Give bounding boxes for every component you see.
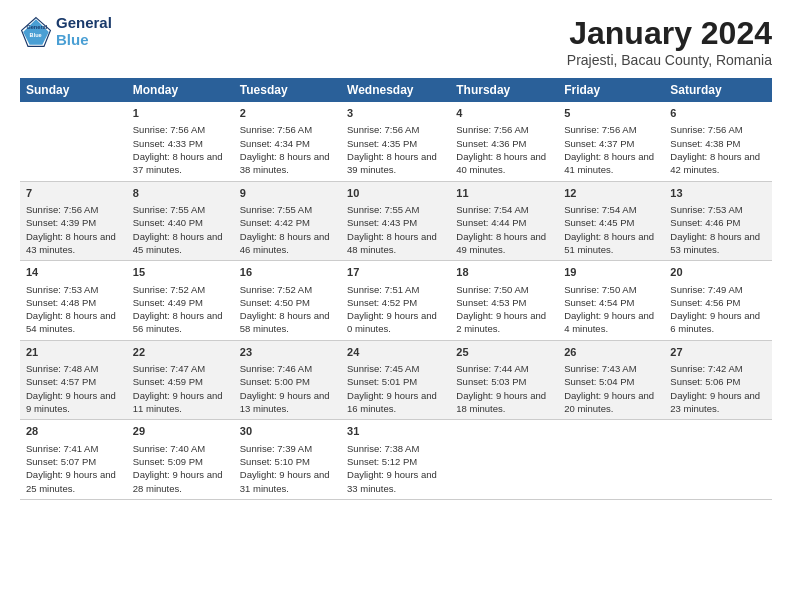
sunset: Sunset: 5:04 PM [564, 375, 658, 388]
cell-2-1: 15Sunrise: 7:52 AMSunset: 4:49 PMDayligh… [127, 261, 234, 341]
sunset: Sunset: 4:36 PM [456, 137, 552, 150]
sunrise: Sunrise: 7:51 AM [347, 283, 444, 296]
day-number: 31 [347, 424, 444, 439]
daylight: Daylight: 9 hours and 18 minutes. [456, 389, 552, 416]
sunset: Sunset: 4:46 PM [670, 216, 766, 229]
daylight: Daylight: 9 hours and 2 minutes. [456, 309, 552, 336]
sunrise: Sunrise: 7:50 AM [564, 283, 658, 296]
daylight: Daylight: 8 hours and 53 minutes. [670, 230, 766, 257]
daylight: Daylight: 9 hours and 28 minutes. [133, 468, 228, 495]
sunrise: Sunrise: 7:50 AM [456, 283, 552, 296]
day-number: 3 [347, 106, 444, 121]
daylight: Daylight: 8 hours and 42 minutes. [670, 150, 766, 177]
day-number: 17 [347, 265, 444, 280]
sunset: Sunset: 5:01 PM [347, 375, 444, 388]
day-number: 12 [564, 186, 658, 201]
cell-1-1: 8Sunrise: 7:55 AMSunset: 4:40 PMDaylight… [127, 181, 234, 261]
header-row: SundayMondayTuesdayWednesdayThursdayFrid… [20, 78, 772, 102]
cell-1-0: 7Sunrise: 7:56 AMSunset: 4:39 PMDaylight… [20, 181, 127, 261]
daylight: Daylight: 8 hours and 40 minutes. [456, 150, 552, 177]
sunset: Sunset: 5:00 PM [240, 375, 335, 388]
cell-2-4: 18Sunrise: 7:50 AMSunset: 4:53 PMDayligh… [450, 261, 558, 341]
day-number: 20 [670, 265, 766, 280]
daylight: Daylight: 8 hours and 56 minutes. [133, 309, 228, 336]
sunrise: Sunrise: 7:40 AM [133, 442, 228, 455]
sunrise: Sunrise: 7:47 AM [133, 362, 228, 375]
sunrise: Sunrise: 7:56 AM [564, 123, 658, 136]
daylight: Daylight: 9 hours and 13 minutes. [240, 389, 335, 416]
cell-1-2: 9Sunrise: 7:55 AMSunset: 4:42 PMDaylight… [234, 181, 341, 261]
cell-3-2: 23Sunrise: 7:46 AMSunset: 5:00 PMDayligh… [234, 340, 341, 420]
daylight: Daylight: 9 hours and 20 minutes. [564, 389, 658, 416]
day-header-sunday: Sunday [20, 78, 127, 102]
day-number: 29 [133, 424, 228, 439]
cell-1-6: 13Sunrise: 7:53 AMSunset: 4:46 PMDayligh… [664, 181, 772, 261]
daylight: Daylight: 9 hours and 6 minutes. [670, 309, 766, 336]
daylight: Daylight: 8 hours and 43 minutes. [26, 230, 121, 257]
sunrise: Sunrise: 7:52 AM [133, 283, 228, 296]
sunset: Sunset: 5:06 PM [670, 375, 766, 388]
day-number: 14 [26, 265, 121, 280]
logo-icon: General Blue [20, 16, 52, 48]
sunset: Sunset: 4:53 PM [456, 296, 552, 309]
sunset: Sunset: 4:48 PM [26, 296, 121, 309]
cell-0-0 [20, 102, 127, 181]
sunset: Sunset: 4:33 PM [133, 137, 228, 150]
sunrise: Sunrise: 7:56 AM [456, 123, 552, 136]
daylight: Daylight: 9 hours and 4 minutes. [564, 309, 658, 336]
day-number: 23 [240, 345, 335, 360]
cell-3-5: 26Sunrise: 7:43 AMSunset: 5:04 PMDayligh… [558, 340, 664, 420]
cell-4-0: 28Sunrise: 7:41 AMSunset: 5:07 PMDayligh… [20, 420, 127, 500]
cell-2-6: 20Sunrise: 7:49 AMSunset: 4:56 PMDayligh… [664, 261, 772, 341]
sunset: Sunset: 4:42 PM [240, 216, 335, 229]
cell-1-3: 10Sunrise: 7:55 AMSunset: 4:43 PMDayligh… [341, 181, 450, 261]
day-number: 7 [26, 186, 121, 201]
sunset: Sunset: 4:54 PM [564, 296, 658, 309]
sunset: Sunset: 5:07 PM [26, 455, 121, 468]
week-row-4: 28Sunrise: 7:41 AMSunset: 5:07 PMDayligh… [20, 420, 772, 500]
sunset: Sunset: 4:35 PM [347, 137, 444, 150]
day-number: 15 [133, 265, 228, 280]
sunset: Sunset: 4:34 PM [240, 137, 335, 150]
sunset: Sunset: 5:12 PM [347, 455, 444, 468]
cell-1-4: 11Sunrise: 7:54 AMSunset: 4:44 PMDayligh… [450, 181, 558, 261]
cell-4-6 [664, 420, 772, 500]
sunrise: Sunrise: 7:56 AM [240, 123, 335, 136]
daylight: Daylight: 8 hours and 58 minutes. [240, 309, 335, 336]
cell-2-5: 19Sunrise: 7:50 AMSunset: 4:54 PMDayligh… [558, 261, 664, 341]
day-number: 19 [564, 265, 658, 280]
sunrise: Sunrise: 7:42 AM [670, 362, 766, 375]
daylight: Daylight: 9 hours and 31 minutes. [240, 468, 335, 495]
sunset: Sunset: 4:44 PM [456, 216, 552, 229]
sunrise: Sunrise: 7:38 AM [347, 442, 444, 455]
cell-0-4: 4Sunrise: 7:56 AMSunset: 4:36 PMDaylight… [450, 102, 558, 181]
daylight: Daylight: 8 hours and 45 minutes. [133, 230, 228, 257]
day-header-tuesday: Tuesday [234, 78, 341, 102]
cell-0-3: 3Sunrise: 7:56 AMSunset: 4:35 PMDaylight… [341, 102, 450, 181]
week-row-2: 14Sunrise: 7:53 AMSunset: 4:48 PMDayligh… [20, 261, 772, 341]
sunrise: Sunrise: 7:56 AM [26, 203, 121, 216]
day-number: 4 [456, 106, 552, 121]
daylight: Daylight: 8 hours and 39 minutes. [347, 150, 444, 177]
daylight: Daylight: 9 hours and 16 minutes. [347, 389, 444, 416]
logo: General Blue General Blue [20, 15, 112, 48]
day-number: 25 [456, 345, 552, 360]
sunset: Sunset: 5:03 PM [456, 375, 552, 388]
sunset: Sunset: 4:39 PM [26, 216, 121, 229]
cell-4-5 [558, 420, 664, 500]
sunrise: Sunrise: 7:54 AM [564, 203, 658, 216]
day-number: 13 [670, 186, 766, 201]
header: General Blue General Blue January 2024 P… [20, 15, 772, 68]
day-number: 18 [456, 265, 552, 280]
week-row-3: 21Sunrise: 7:48 AMSunset: 4:57 PMDayligh… [20, 340, 772, 420]
sunrise: Sunrise: 7:54 AM [456, 203, 552, 216]
daylight: Daylight: 9 hours and 25 minutes. [26, 468, 121, 495]
day-number: 2 [240, 106, 335, 121]
page: General Blue General Blue January 2024 P… [0, 0, 792, 612]
sunrise: Sunrise: 7:56 AM [670, 123, 766, 136]
daylight: Daylight: 9 hours and 33 minutes. [347, 468, 444, 495]
daylight: Daylight: 8 hours and 54 minutes. [26, 309, 121, 336]
week-row-1: 7Sunrise: 7:56 AMSunset: 4:39 PMDaylight… [20, 181, 772, 261]
day-number: 8 [133, 186, 228, 201]
day-number: 24 [347, 345, 444, 360]
